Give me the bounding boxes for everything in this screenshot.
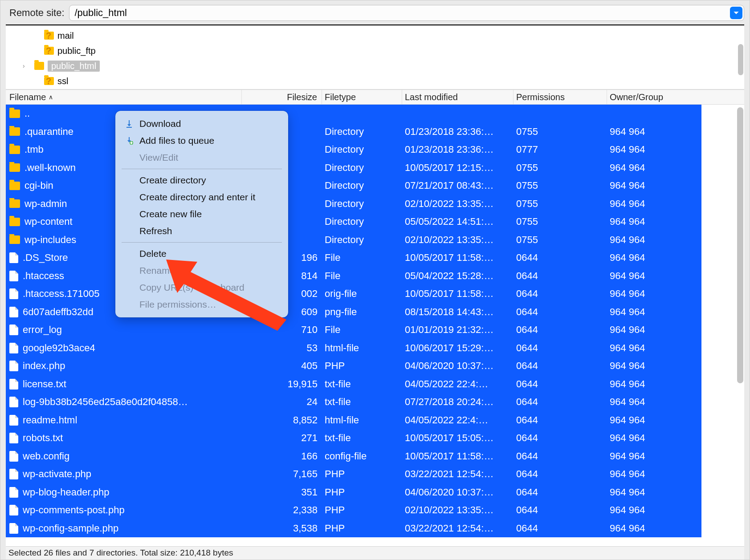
file-name: .well-known [24,162,76,174]
file-row[interactable]: google92b3ace453html-file10/06/2017 15:2… [6,339,701,357]
remote-path-input[interactable] [69,5,745,21]
file-type: orig-file [322,288,402,300]
file-row[interactable]: .quarantineDirectory01/23/2018 23:36:…07… [6,123,701,141]
file-name: wp-includes [24,234,76,246]
file-type: Directory [322,180,402,191]
file-icon [9,505,18,515]
menu-separator [122,169,282,169]
file-row[interactable]: .well-knownDirectory10/05/2017 12:15:…07… [6,159,701,177]
file-owner: 964 964 [607,270,701,282]
file-size: 7,165 [242,468,322,480]
file-size: 710 [242,324,322,336]
file-permissions: 0644 [514,504,607,516]
menu-item-download[interactable]: Download [115,115,288,132]
file-icon [9,361,18,371]
col-header-filesize[interactable]: Filesize [242,90,322,104]
folder-icon [9,163,20,172]
folder-icon [9,110,20,118]
file-permissions: 0644 [514,270,607,282]
tree-item[interactable]: public_ftp [33,43,744,58]
menu-item-create-file[interactable]: Create new file [115,206,288,223]
menu-item-add-queue[interactable]: Add files to queue [115,132,288,149]
file-row[interactable]: wp-includesDirectory02/10/2022 13:35:…07… [6,231,701,249]
path-dropdown-button[interactable] [730,7,742,19]
file-row[interactable]: wp-config-sample.php3,538PHP03/22/2021 1… [6,519,701,538]
scrollbar[interactable] [738,44,743,75]
file-row[interactable]: 6d07adeffb32dd609png-file08/15/2018 14:4… [6,303,701,321]
file-row[interactable]: license.txt19,915txt-file04/05/2022 22:4… [6,375,701,394]
file-row[interactable]: web.config166config-file10/05/2017 11:58… [6,447,701,466]
file-row[interactable]: wp-adminDirectory02/10/2022 13:35:…07559… [6,195,701,213]
file-modified: 10/05/2017 15:05:… [402,432,514,444]
file-type: Directory [322,144,402,155]
file-type: File [322,324,402,336]
file-name: index.php [23,360,65,372]
context-menu: Download Add files to queue View/Edit Cr… [115,111,288,317]
svg-rect-0 [126,127,132,128]
file-name: google92b3ace4 [23,342,95,354]
disclosure-closed-icon[interactable]: › [23,62,31,69]
directory-tree[interactable]: mail public_ftp › public_html ssl [6,26,744,89]
col-header-filename[interactable]: Filename ∧ [6,90,242,104]
file-size: 8,852 [242,414,322,426]
menu-item-create-dir-enter[interactable]: Create directory and enter it [115,189,288,206]
file-row[interactable]: wp-contentDirectory05/05/2022 14:51:…075… [6,213,701,231]
folder-icon [9,146,20,154]
tree-item-selected[interactable]: › public_html [23,58,744,73]
file-row[interactable]: .DS_Store196File10/05/2017 11:58:…064496… [6,249,701,267]
file-owner: 964 964 [607,378,701,390]
col-header-filetype[interactable]: Filetype [322,90,402,104]
divider [6,24,744,25]
file-row[interactable]: .htaccess814File05/04/2022 15:28:…064496… [6,267,701,285]
file-icon [9,271,18,281]
file-owner: 964 964 [607,360,701,372]
file-row[interactable]: wp-blog-header.php351PHP04/06/2020 10:37… [6,483,701,502]
file-row[interactable]: .tmbDirectory01/23/2018 23:36:…0777964 9… [6,141,701,159]
menu-item-delete[interactable]: Delete [115,245,288,262]
menu-item-create-dir[interactable]: Create directory [115,172,288,189]
file-modified: 01/23/2018 23:36:… [402,126,514,138]
file-icon [9,325,18,335]
file-row[interactable]: readme.html8,852html-file04/05/2022 22:4… [6,411,701,430]
remote-path-bar: Remote site: [0,0,750,24]
file-name: .htaccess [23,270,64,282]
col-header-permissions[interactable]: Permissions [514,90,607,104]
scrollbar[interactable] [737,107,743,383]
file-type: Directory [322,234,402,246]
add-queue-icon [124,136,134,145]
status-bar: Selected 26 files and 7 directories. Tot… [6,546,744,560]
file-row[interactable]: index.php405PHP04/06/2020 10:37:…0644964… [6,357,701,375]
file-row[interactable]: robots.txt271txt-file10/05/2017 15:05:…0… [6,429,701,447]
file-modified: 04/06/2020 10:37:… [402,360,514,372]
file-size: 3,538 [242,523,322,534]
file-permissions: 0755 [514,180,607,191]
file-owner: 964 964 [607,306,701,318]
col-header-modified[interactable]: Last modified [402,90,514,104]
file-row[interactable]: cgi-binDirectory07/21/2017 08:43:…075596… [6,177,701,195]
file-row[interactable]: error_log710File01/01/2019 21:32:…064496… [6,321,701,339]
tree-item[interactable]: mail [33,28,744,43]
file-size: 405 [242,360,322,372]
chevron-down-icon [733,10,739,16]
file-icon [9,397,18,407]
file-row[interactable]: .htaccess.171005002orig-file10/05/2017 1… [6,285,701,303]
file-type: html-file [322,342,402,354]
file-row[interactable]: wp-comments-post.php2,338PHP02/10/2022 1… [6,501,701,519]
file-row[interactable]: log-9bb38b2456ed25a8e0d2f04858…24txt-fil… [6,393,701,411]
file-name: error_log [23,324,62,336]
status-text: Selected 26 files and 7 directories. Tot… [8,548,233,557]
file-owner: 964 964 [607,504,701,516]
file-owner: 964 964 [607,234,701,246]
file-row[interactable]: wp-activate.php7,165PHP03/22/2021 12:54:… [6,465,701,483]
file-name: .tmb [24,144,44,155]
file-row[interactable]: .. [6,105,701,123]
file-modified: 01/23/2018 23:36:… [402,144,514,155]
col-header-owner[interactable]: Owner/Group [607,90,701,104]
file-name: wp-content [24,216,73,227]
tree-item[interactable]: ssl [33,73,744,89]
file-icon [9,307,18,317]
file-modified: 10/05/2017 11:58:… [402,450,514,462]
file-name: wp-config-sample.php [23,523,118,534]
menu-item-refresh[interactable]: Refresh [115,223,288,239]
file-modified: 01/01/2019 21:32:… [402,324,514,336]
